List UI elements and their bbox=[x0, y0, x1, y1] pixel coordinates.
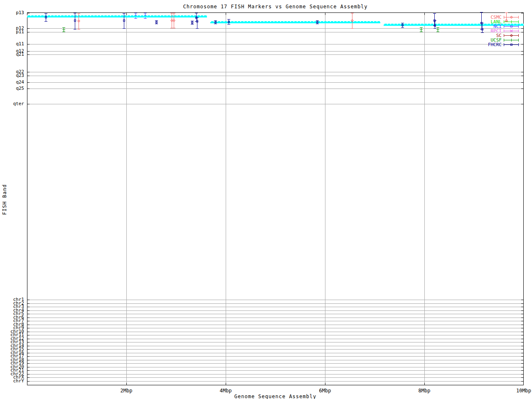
errorbar-cap bbox=[155, 24, 158, 24]
legend-symbol-cap bbox=[518, 20, 519, 23]
x-tick-label: 2Mbp bbox=[114, 388, 139, 394]
y-tick-left bbox=[27, 346, 30, 346]
errorbar-cap bbox=[436, 27, 439, 28]
legend-symbol-cap bbox=[518, 39, 519, 42]
y-tick-right bbox=[521, 300, 523, 300]
y-tick-left bbox=[27, 318, 30, 318]
errorbar-cap bbox=[134, 13, 137, 13]
errorbar-cap bbox=[420, 27, 423, 28]
y-tick-left bbox=[27, 76, 30, 76]
data-point-square-marker bbox=[123, 20, 125, 22]
data-point-plus-marker bbox=[421, 28, 421, 31]
y-tick-left bbox=[27, 332, 30, 332]
y-tick-left bbox=[27, 377, 30, 378]
legend-symbol-cap bbox=[504, 20, 504, 23]
y-tick-right bbox=[521, 307, 523, 307]
errorbar-cap bbox=[480, 12, 483, 12]
y-tick-left bbox=[27, 28, 30, 29]
errorbar-cap bbox=[227, 24, 230, 25]
x-tick-bottom bbox=[126, 383, 127, 385]
legend-symbol-cap bbox=[518, 34, 519, 37]
x-tick-label: 4Mbp bbox=[213, 388, 238, 394]
y-tick-left bbox=[27, 54, 30, 55]
y-tick-right bbox=[521, 349, 523, 350]
legend-symbol-cap bbox=[504, 34, 504, 37]
errorbar-cap bbox=[214, 24, 217, 24]
y-tick-right bbox=[521, 325, 523, 325]
errorbar-cap bbox=[77, 29, 80, 30]
y-tick-left bbox=[27, 381, 30, 382]
errorbar-cap bbox=[196, 28, 199, 29]
legend-symbol-cap bbox=[504, 16, 504, 19]
y-tick-left bbox=[27, 325, 30, 325]
errorbar-cap bbox=[436, 32, 439, 32]
data-point-plus-marker bbox=[64, 28, 64, 31]
errorbar-cap bbox=[123, 28, 126, 29]
legend-symbol-cap bbox=[518, 16, 519, 19]
errorbar-cap bbox=[144, 13, 147, 13]
x-tick-top bbox=[325, 13, 325, 15]
y-tick-right bbox=[521, 72, 523, 72]
y-tick-left bbox=[27, 104, 30, 104]
y-tick-left bbox=[27, 321, 30, 321]
y-tick-right bbox=[521, 363, 523, 364]
errorbar-cap bbox=[191, 24, 194, 25]
errorbar-cap bbox=[155, 20, 158, 21]
y-tick-left bbox=[27, 374, 30, 374]
errorbar-cap bbox=[123, 13, 126, 14]
errorbar-cap bbox=[74, 13, 76, 13]
y-tick-right bbox=[521, 104, 523, 104]
y-tick-left bbox=[27, 314, 30, 314]
y-tick-right bbox=[521, 51, 523, 52]
legend-symbol-cap bbox=[518, 43, 519, 46]
errorbar-cap bbox=[351, 28, 354, 29]
y-tick-right bbox=[521, 32, 523, 32]
y-tick-left bbox=[27, 360, 30, 360]
legend-symbol-cap bbox=[518, 25, 519, 28]
band-label: q25 bbox=[0, 86, 24, 91]
y-tick-right bbox=[521, 377, 523, 378]
x-axis-label: Genome Sequence Assembly bbox=[27, 394, 524, 399]
y-tick-left bbox=[27, 363, 30, 364]
legend-symbol-cap bbox=[518, 30, 519, 32]
y-tick-left bbox=[27, 335, 30, 335]
y-tick-right bbox=[521, 335, 523, 335]
errorbar-cap bbox=[196, 17, 199, 18]
y-tick-right bbox=[521, 346, 523, 346]
y-tick-left bbox=[27, 349, 30, 350]
chart-canvas: Chromosome 17 FISH Markers vs Genome Seq… bbox=[0, 0, 532, 399]
y-tick-right bbox=[521, 342, 523, 342]
errorbar-cap bbox=[62, 32, 65, 32]
y-tick-right bbox=[521, 54, 523, 55]
legend-plus-marker bbox=[511, 39, 512, 42]
errorbar-cap bbox=[401, 23, 404, 23]
y-tick-right bbox=[521, 367, 523, 367]
errorbar-cap bbox=[144, 18, 147, 19]
y-tick-right bbox=[521, 314, 523, 314]
data-point-square-marker bbox=[401, 24, 404, 26]
errorbar-cap bbox=[191, 21, 194, 21]
errorbar-cap bbox=[227, 19, 230, 20]
x-tick-label: 6Mbp bbox=[313, 388, 337, 394]
y-tick-right bbox=[521, 82, 523, 83]
errorbar-cap bbox=[316, 20, 319, 21]
x-tick-label: 8Mbp bbox=[412, 388, 437, 394]
y-tick-left bbox=[27, 328, 30, 328]
legend-plus-marker bbox=[511, 20, 512, 23]
y-tick-left bbox=[27, 32, 30, 32]
y-tick-left bbox=[27, 307, 30, 307]
y-tick-right bbox=[521, 339, 523, 339]
y-tick-right bbox=[521, 318, 523, 318]
y-tick-left bbox=[27, 51, 30, 52]
y-tick-right bbox=[521, 370, 523, 371]
legend-symbol-cap bbox=[504, 43, 504, 46]
data-point-square-marker bbox=[45, 16, 47, 18]
y-tick-left bbox=[27, 89, 30, 89]
y-tick-right bbox=[521, 374, 523, 374]
legend-symbol-cap bbox=[504, 30, 504, 32]
y-tick-left bbox=[27, 303, 30, 304]
x-tick-bottom bbox=[424, 383, 425, 385]
errorbar-cap bbox=[62, 27, 65, 28]
band-label: qter bbox=[0, 101, 24, 106]
contig-segment bbox=[210, 21, 380, 23]
